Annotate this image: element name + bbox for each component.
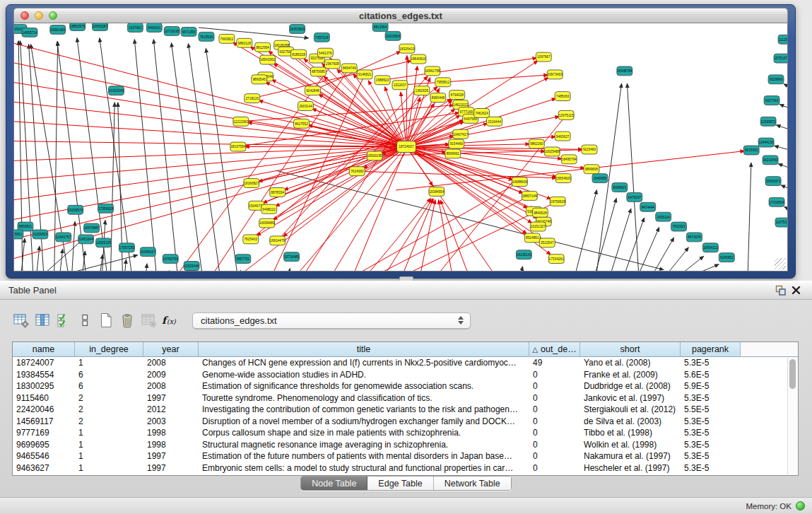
table-cell: 1: [75, 439, 143, 451]
svg-text:16961758: 16961758: [425, 69, 440, 73]
table-row[interactable]: 969969511998Structural magnetic resonanc…: [13, 439, 798, 451]
column-header-title[interactable]: title: [199, 342, 529, 357]
network-window-titlebar[interactable]: citations_edges.txt: [13, 8, 788, 23]
table-cell: Corpus callosum shape and size in male p…: [199, 427, 529, 439]
svg-text:9671355: 9671355: [182, 30, 196, 34]
svg-text:20973493: 20973493: [548, 73, 563, 76]
table-row[interactable]: 1830029562008Estimation of significance …: [13, 380, 798, 392]
svg-text:2718120: 2718120: [245, 97, 259, 100]
svg-text:7357224: 7357224: [315, 36, 329, 40]
table-panel-header: Table Panel: [0, 281, 812, 300]
svg-text:20153346: 20153346: [109, 89, 124, 93]
delete-table-icon[interactable]: [117, 311, 136, 329]
table-row[interactable]: 1938455462009Genome-wide association stu…: [13, 369, 798, 381]
table-cell: 0: [529, 450, 580, 462]
svg-text:17957255: 17957255: [119, 246, 135, 250]
svg-text:9857791: 9857791: [237, 257, 250, 261]
svg-text:16543362: 16543362: [260, 58, 276, 62]
memory-status-label: Memory: OK: [746, 502, 792, 510]
network-graph[interactable]: 9150175140557142069140618852975106532871…: [14, 23, 787, 271]
svg-text:18640910: 18640910: [411, 57, 426, 61]
table-row[interactable]: 1456911722003Disruption of a novel membe…: [13, 416, 798, 428]
table-cell: 2008: [143, 380, 199, 392]
column-header-pagerank[interactable]: pagerank: [681, 342, 741, 357]
table-cell: 1: [75, 450, 143, 462]
resize-grip-icon[interactable]: [775, 258, 786, 269]
column-header-name[interactable]: name: [13, 342, 75, 357]
table-cell: 0: [529, 404, 580, 416]
table-cell: 9463627: [13, 462, 75, 474]
table-cell: 5.3E-5: [681, 416, 741, 428]
table-cell: 2009: [143, 369, 199, 381]
column-header-short[interactable]: short: [580, 342, 681, 357]
float-panel-icon[interactable]: [772, 284, 788, 298]
table-cell: 0: [529, 427, 580, 439]
table-row[interactable]: 977716911998Corpus callosum shape and si…: [13, 427, 798, 439]
table-selector-dropdown[interactable]: citations_edges.txt: [192, 313, 471, 329]
table-cell: 5.3E-5: [681, 462, 741, 474]
svg-text:15692971: 15692971: [765, 180, 781, 183]
column-label: short: [620, 344, 640, 354]
svg-text:8850811: 8850811: [19, 225, 33, 228]
column-header-year[interactable]: year: [143, 342, 199, 357]
table-cell: 0: [529, 369, 580, 381]
svg-text:2316444: 2316444: [488, 120, 501, 124]
svg-text:19166827: 19166827: [244, 182, 259, 185]
table-cell: de Silva et al. (2003): [580, 416, 681, 428]
svg-text:17334261: 17334261: [549, 257, 565, 261]
header-filler: [741, 342, 798, 357]
column-header-out_de[interactable]: △out_de…: [529, 342, 580, 357]
row-options-icon[interactable]: [75, 311, 94, 329]
table-row[interactable]: 946554611997Estimation of the future num…: [13, 450, 798, 462]
column-header-in_degree[interactable]: in_degree: [75, 342, 143, 357]
table-settings-icon[interactable]: [11, 311, 30, 329]
table-cell: 0: [529, 462, 580, 474]
svg-text:10688609: 10688609: [512, 180, 528, 184]
function-builder-icon[interactable]: f (x): [160, 311, 179, 329]
select-columns-icon[interactable]: [54, 311, 73, 329]
import-table-icon[interactable]: [139, 311, 158, 329]
table-cell: Estimation of significance thresholds fo…: [199, 380, 529, 392]
table-cell: 22420046: [13, 404, 75, 416]
svg-text:20691406: 20691406: [50, 28, 66, 32]
svg-text:19218506: 19218506: [385, 35, 401, 38]
close-panel-icon[interactable]: [788, 284, 804, 298]
create-table-icon[interactable]: [96, 311, 115, 329]
memory-ok-icon: [796, 501, 805, 510]
svg-text:11675317: 11675317: [776, 221, 787, 224]
zoom-window-icon[interactable]: [49, 11, 57, 20]
table-cell: 0: [529, 416, 580, 428]
table-cell: Changes of HCN gene expression and I(f) …: [199, 357, 529, 369]
table-vertical-scrollbar[interactable]: [787, 358, 797, 474]
table-row[interactable]: 2242004622012Investigating the contribut…: [13, 404, 798, 416]
table-cell: 0: [529, 380, 580, 392]
svg-text:11156829: 11156829: [33, 233, 48, 236]
table-row[interactable]: 1872400712008Changes of HCN gene express…: [13, 357, 798, 369]
table-cell: Genome-wide association studies in ADHD.: [199, 369, 529, 381]
svg-text:12093872: 12093872: [760, 120, 776, 124]
svg-text:10975887: 10975887: [84, 226, 100, 230]
table-row[interactable]: 911546021997Tourette syndrome. Phenomeno…: [13, 392, 798, 404]
tab-network-table[interactable]: Network Table: [434, 477, 511, 490]
network-canvas[interactable]: 9150175140557142069140618852975106532871…: [13, 23, 788, 271]
tab-edge-table[interactable]: Edge Table: [367, 477, 433, 490]
svg-text:7462624: 7462624: [475, 112, 488, 115]
table-cell: 0: [529, 392, 580, 404]
svg-text:14621022: 14621022: [453, 103, 469, 107]
svg-text:12444130: 12444130: [758, 141, 774, 144]
table-toolbar: f (x) citations_edges.txt: [11, 311, 471, 329]
table-cell: 5.3E-5: [681, 427, 741, 439]
sort-ascending-icon: △: [532, 346, 538, 354]
svg-text:8912954: 8912954: [256, 46, 269, 49]
scrollbar-thumb[interactable]: [789, 359, 796, 389]
table-cell: 9115460: [13, 392, 75, 404]
close-window-icon[interactable]: [20, 11, 29, 20]
tab-node-table[interactable]: Node Table: [301, 477, 367, 490]
svg-text:8427552: 8427552: [295, 122, 308, 126]
table-row[interactable]: 946362711997Embryonic stem cells: a mode…: [13, 462, 798, 474]
table-cell: 2012: [143, 404, 199, 416]
table-cell: 18300295: [13, 380, 75, 392]
svg-text:18495764: 18495764: [561, 158, 577, 161]
minimize-window-icon[interactable]: [35, 11, 43, 20]
show-columns-icon[interactable]: [33, 311, 52, 329]
